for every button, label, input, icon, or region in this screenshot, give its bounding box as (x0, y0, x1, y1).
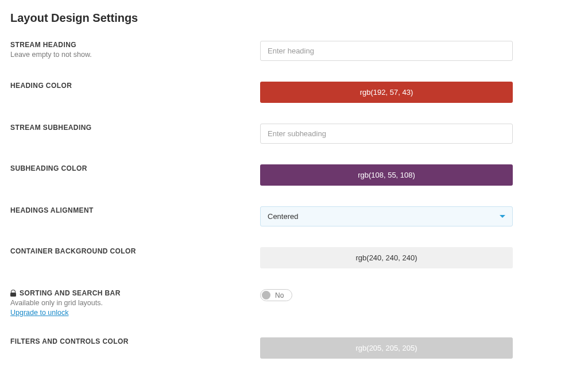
chevron-down-icon (500, 215, 505, 218)
container-bg-color-swatch[interactable]: rgb(240, 240, 240) (260, 247, 513, 268)
sorting-search-label: SORTING AND SEARCH BAR (10, 289, 249, 297)
setting-subheading-color: SUBHEADING COLOR rgb(108, 55, 108) (10, 164, 578, 186)
heading-color-label: HEADING COLOR (10, 82, 249, 90)
sorting-search-toggle: No (260, 289, 292, 301)
sorting-search-toggle-label: No (275, 291, 284, 299)
lock-icon (10, 290, 16, 297)
setting-sorting-search: SORTING AND SEARCH BAR Available only in… (10, 289, 578, 317)
stream-subheading-label: STREAM SUBHEADING (10, 124, 249, 132)
subheading-color-swatch[interactable]: rgb(108, 55, 108) (260, 164, 513, 186)
headings-alignment-label: HEADINGS ALIGNMENT (10, 206, 249, 214)
setting-stream-subheading: STREAM SUBHEADING (10, 124, 578, 144)
setting-filters-controls-color: FILTERS AND CONTROLS COLOR rgb(205, 205,… (10, 337, 578, 359)
filters-controls-color-swatch[interactable]: rgb(205, 205, 205) (260, 337, 513, 359)
headings-alignment-select[interactable]: Centered (260, 206, 513, 226)
heading-color-swatch[interactable]: rgb(192, 57, 43) (260, 82, 513, 103)
stream-subheading-input[interactable] (260, 124, 513, 144)
page-title: Layout Design Settings (10, 11, 578, 25)
stream-heading-input[interactable] (260, 41, 513, 61)
setting-container-bg-color: CONTAINER BACKGROUND COLOR rgb(240, 240,… (10, 247, 578, 268)
sorting-search-label-text: SORTING AND SEARCH BAR (20, 289, 121, 297)
filters-controls-color-label: FILTERS AND CONTROLS COLOR (10, 337, 249, 345)
stream-heading-hint: Leave empty to not show. (10, 51, 249, 59)
subheading-color-label: SUBHEADING COLOR (10, 164, 249, 172)
stream-heading-label: STREAM HEADING (10, 41, 249, 49)
toggle-knob-icon (262, 291, 270, 299)
container-bg-color-label: CONTAINER BACKGROUND COLOR (10, 247, 249, 255)
setting-headings-alignment: HEADINGS ALIGNMENT Centered (10, 206, 578, 226)
headings-alignment-selected: Centered (268, 212, 298, 221)
setting-stream-heading: STREAM HEADING Leave empty to not show. (10, 41, 578, 61)
setting-heading-color: HEADING COLOR rgb(192, 57, 43) (10, 82, 578, 103)
upgrade-link[interactable]: Upgrade to unlock (10, 309, 68, 317)
sorting-search-hint: Available only in grid layouts. (10, 299, 249, 307)
